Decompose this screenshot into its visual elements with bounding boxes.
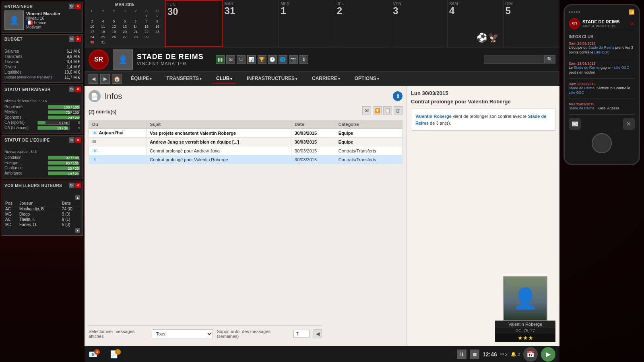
manager-name: VINCENT MARATIER <box>137 61 204 66</box>
list-item: MD Fortes, O. 5 (0) <box>4 222 80 227</box>
trainer-details: Vincent Maratier Niveau 16 France Motiva… <box>26 11 80 29</box>
list-item: AC Thelin, I. 9 (1) <box>4 217 80 222</box>
phone-signal <box>569 11 580 13</box>
bottom-bar: 📧 3 📄 ! ⏸ ⏹ 12:46 ✉ 2 🔔 2 📅 <box>85 346 559 362</box>
shield-icon[interactable]: 🛡 <box>237 55 246 64</box>
entraineur-niveau: Niveau de l'entraîneur : 16 <box>4 99 80 103</box>
filter-bar: Sélectionner messages affichés Tous Supp… <box>89 325 322 342</box>
buteurs-refresh-btn[interactable]: ↻ <box>69 183 74 188</box>
filter-prev-btn[interactable]: ◀ <box>314 329 322 338</box>
buteurs-scroll-up[interactable]: ▲ <box>75 195 80 200</box>
toolbar-btn-4[interactable]: 🗑 <box>394 106 402 115</box>
nav-forward-button[interactable]: ▶ <box>100 74 110 84</box>
budget-row-salaires: Salaires 6,1 M € <box>4 49 80 54</box>
france-flag <box>26 21 33 25</box>
phone-top: 📶 <box>569 9 635 15</box>
table-row[interactable]: 📧 Contrat prolongé pour Andrew Jung 30/0… <box>89 146 402 155</box>
week-day-jeu[interactable]: JEU 2 <box>335 0 391 47</box>
stat-medias: Médias 72 / 100 <box>4 110 80 114</box>
trainer-close-btn[interactable]: ✕ <box>75 4 81 9</box>
buteurs-scroll-down[interactable]: ▼ <box>75 228 80 233</box>
calendar-action-button[interactable]: 📅 <box>523 347 538 362</box>
phone-close-button[interactable]: ✕ <box>630 21 635 27</box>
chart-icon[interactable]: 📊 <box>247 55 256 64</box>
nav-transferts[interactable]: TRANSFERTS <box>163 74 205 84</box>
week-day-lun[interactable]: LUN 30 <box>165 0 223 47</box>
nav-back-button[interactable]: ◀ <box>89 74 98 84</box>
toolbar-btn-1[interactable]: ✉ <box>362 106 371 115</box>
stat-bar-ca-sports <box>38 121 46 124</box>
filter-weeks-input[interactable] <box>293 330 310 338</box>
stat-condition: Condition 97 / 100 <box>4 155 80 160</box>
filter-select[interactable]: Tous <box>152 329 213 338</box>
search-input[interactable] <box>484 56 544 64</box>
phone-club-logo: SR <box>569 18 580 29</box>
player-portrait: 👤 <box>503 276 547 321</box>
manager-avatar: 👤 <box>113 49 133 70</box>
game-time: 12:46 <box>483 351 497 358</box>
energy-icon[interactable]: ▮▮ <box>216 55 225 64</box>
envelope-icon[interactable]: ✉ <box>226 55 235 64</box>
clock-icon[interactable]: 🕐 <box>268 55 277 64</box>
camera-icon[interactable]: 📷 <box>289 55 298 64</box>
table-row[interactable]: 📧 Aujourd'hui Vos projets enchantent Val… <box>89 129 402 138</box>
pause-button[interactable]: ⏸ <box>457 350 466 359</box>
statut-equipe-close-btn[interactable]: ✕ <box>75 137 81 143</box>
nav-equipe[interactable]: ÉQUIPE <box>128 74 155 84</box>
globe-icon[interactable]: 🌐 <box>279 55 287 64</box>
statut-entraineur-refresh-btn[interactable]: ↻ <box>69 86 74 92</box>
stat-ambiance: Ambiance 19 / 20 <box>4 171 80 175</box>
calendar-mini: MAR 2015 L M M J V S D 1 2 3 <box>85 0 165 47</box>
budget-close-btn[interactable]: ✕ <box>75 36 81 42</box>
budget-rows: Salaires 6,1 M € Transferts 9,9 M € Trav… <box>4 49 80 80</box>
info-header: 📄 Infos ℹ <box>89 90 402 102</box>
play-button[interactable]: ▶ <box>541 347 555 362</box>
wifi-icon: 📶 <box>629 9 635 15</box>
club-name: STADE DE REIMS <box>137 53 204 61</box>
search-button[interactable]: 🔍 <box>544 55 555 64</box>
download-icon[interactable]: ⬇ <box>299 55 308 64</box>
table-row[interactable]: 📧 Contrat prolongé pour Valentin Roberge… <box>89 155 402 164</box>
phone-news-2: Sam 28/03/2015 Le Stade de Reims gagne -… <box>569 62 635 78</box>
player-link[interactable]: Valentin Roberge <box>415 114 452 119</box>
week-day-sam[interactable]: SAM 4 ⚽ 🦅 <box>447 0 504 47</box>
phone-container: 📶 SR STADE DE REIMS APP SUPPORTERS ✕ INF… <box>564 4 640 165</box>
phone-news-3: Sam 28/03/2015 Stade de Reims : victoire… <box>569 82 635 99</box>
week-day-ven[interactable]: VEN 3 <box>391 0 447 47</box>
trainer-refresh-btn[interactable]: ↻ <box>69 4 74 9</box>
detail-title: Contrat prolongé pour Valentin Roberge <box>411 99 555 105</box>
nav-infrastructures[interactable]: INFRASTRUCTURES <box>244 74 301 84</box>
budget-refresh-btn[interactable]: ↻ <box>69 36 74 42</box>
phone-home-btn[interactable] <box>592 133 612 153</box>
toolbar-btn-3[interactable]: 📋 <box>383 106 392 115</box>
statut-equipe-refresh-btn[interactable]: ↻ <box>69 137 74 143</box>
week-day-mer[interactable]: MER 1 <box>279 0 335 47</box>
nav-bar: ◀ ▶ 🏠 ÉQUIPE TRANSFERTS CLUB INFRASTRUCT… <box>85 72 559 86</box>
phone-club-info: STADE DE REIMS APP SUPPORTERS <box>582 19 627 28</box>
nav-home-button[interactable]: 🏠 <box>112 74 122 84</box>
statut-entraineur-close-btn[interactable]: ✕ <box>75 86 81 92</box>
mail-icon[interactable]: 📧 3 <box>89 350 97 359</box>
table-row[interactable]: ✉ Andrew Jung se verrait bien en équipe … <box>89 138 402 146</box>
week-day-dim[interactable]: DIM 5 <box>503 0 559 47</box>
trainer-avatar: 👤 <box>4 10 24 30</box>
week-day-mar[interactable]: MAR 31 <box>223 0 279 47</box>
nav-options[interactable]: OPTIONS <box>351 74 382 84</box>
doc-icon[interactable]: 📄 ! <box>109 350 118 359</box>
phone-x-btn[interactable]: ✕ <box>623 118 635 130</box>
nav-carriere[interactable]: CARRIERE <box>309 74 343 84</box>
stop-button[interactable]: ⏹ <box>470 350 479 359</box>
buteurs-close-btn[interactable]: ✕ <box>75 183 81 188</box>
player-card: 👤 Valentin Roberge DC; 75; 27 ★★★ <box>495 276 555 342</box>
nav-club[interactable]: CLUB <box>213 74 235 84</box>
detail-date: Lun 30/03/2015 <box>411 90 555 96</box>
info-badge: ℹ <box>393 91 402 101</box>
player-stats-card: DC; 75; 27 <box>495 328 555 334</box>
phone-news-btn[interactable]: 📰 <box>569 118 581 130</box>
trophy-icon[interactable]: 🏆 <box>258 55 266 64</box>
phone-bottom-actions: 📰 ✕ <box>569 118 635 130</box>
mail-badge: 3 <box>94 349 100 355</box>
toolbar-btn-2[interactable]: 🔽 <box>373 106 382 115</box>
search-box: 🔍 <box>484 55 555 64</box>
filter-label-2: Suppr. auto. des messages (semaines) <box>217 329 289 339</box>
